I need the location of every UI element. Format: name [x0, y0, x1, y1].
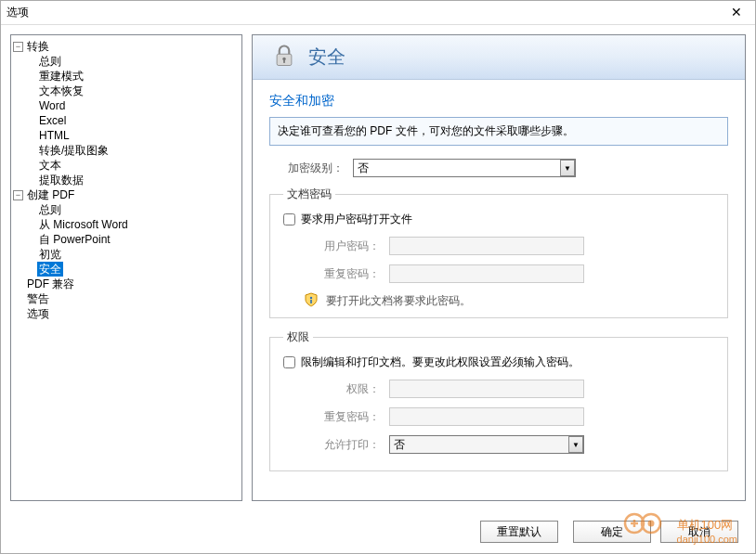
info-box: 决定谁可查看您的 PDF 文件，可对您的文件采取哪些步骤。 — [269, 117, 728, 146]
dialog-footer: 重置默认 确定 取消 — [1, 510, 755, 553]
page-title: 安全 — [308, 45, 345, 70]
permission-password-input[interactable] — [389, 380, 584, 398]
panel-body: 安全和加密 决定谁可查看您的 PDF 文件，可对您的文件采取哪些步骤。 加密级别… — [253, 80, 745, 500]
nav-tree[interactable]: − 转换 总则 重建模式 文本恢复 Word Excel HTML 转换/提取图… — [10, 34, 242, 501]
svg-rect-4 — [310, 300, 312, 303]
options-dialog: 选项 ✕ − 转换 总则 重建模式 文本恢复 Word Excel HTML 转… — [0, 0, 756, 554]
tree-node-create[interactable]: − 创建 PDF — [13, 187, 240, 202]
tree-node-rebuild[interactable]: 重建模式 — [13, 69, 240, 84]
tree-node-fromword[interactable]: 从 Microsoft Word — [13, 217, 240, 232]
panel-header: 安全 — [253, 35, 745, 80]
svg-rect-2 — [283, 59, 285, 63]
tree-node-word[interactable]: Word — [13, 98, 240, 113]
collapse-icon[interactable]: − — [13, 190, 23, 200]
repeat-password-input[interactable] — [389, 264, 584, 283]
restrict-editing-row: 限制编辑和打印文档。要更改此权限设置必须输入密码。 — [283, 354, 714, 370]
reset-defaults-button[interactable]: 重置默认 — [480, 521, 558, 543]
tree-node-general[interactable]: 总则 — [13, 54, 240, 69]
tree-node-excel[interactable]: Excel — [13, 113, 240, 128]
permission-repeat-label: 重复密码： — [306, 409, 389, 425]
lock-icon — [271, 43, 297, 71]
restrict-editing-label: 限制编辑和打印文档。要更改此权限设置必须输入密码。 — [301, 354, 580, 370]
password-hint: 要打开此文档将要求此密码。 — [283, 292, 714, 310]
repeat-password-label: 重复密码： — [306, 266, 389, 282]
permission-repeat-input[interactable] — [389, 407, 584, 426]
require-user-password-label: 要求用户密码打开文件 — [301, 212, 412, 227]
permissions-legend: 权限 — [283, 329, 313, 345]
permission-password-label: 权限： — [306, 381, 389, 397]
info-shield-icon — [304, 292, 319, 310]
window-title: 选项 — [7, 5, 29, 20]
encryption-level-row: 加密级别： 否 ▼ — [269, 159, 728, 177]
tree-node-extractdata[interactable]: 提取数据 — [13, 173, 240, 187]
tree-node-convert[interactable]: − 转换 — [13, 39, 240, 54]
dropdown-icon[interactable]: ▼ — [568, 436, 583, 453]
dropdown-icon[interactable]: ▼ — [560, 160, 575, 176]
tree-node-options[interactable]: 选项 — [13, 306, 240, 321]
restrict-editing-checkbox[interactable] — [283, 356, 295, 368]
close-button[interactable]: ✕ — [723, 4, 749, 22]
tree-node-security[interactable]: 安全 — [13, 262, 240, 277]
detail-panel: 安全 安全和加密 决定谁可查看您的 PDF 文件，可对您的文件采取哪些步骤。 加… — [252, 34, 746, 501]
svg-point-3 — [310, 297, 312, 299]
permissions-group: 权限 限制编辑和打印文档。要更改此权限设置必须输入密码。 权限： 重复密码： — [269, 329, 728, 471]
tree-node-warn[interactable]: 警告 — [13, 291, 240, 306]
document-password-legend: 文档密码 — [283, 187, 335, 202]
require-user-password-checkbox[interactable] — [283, 213, 295, 225]
tree-node-html[interactable]: HTML — [13, 128, 240, 143]
tree-node-compat[interactable]: PDF 兼容 — [13, 277, 240, 291]
tree-node-text[interactable]: 文本 — [13, 158, 240, 173]
tree-node-textrecover[interactable]: 文本恢复 — [13, 84, 240, 98]
collapse-icon[interactable]: − — [13, 42, 23, 52]
tree-node-frompp[interactable]: 自 PowerPoint — [13, 232, 240, 247]
require-user-password-row: 要求用户密码打开文件 — [283, 212, 714, 227]
encryption-level-select[interactable]: 否 ▼ — [353, 159, 576, 177]
section-title: 安全和加密 — [269, 93, 728, 110]
ok-button[interactable]: 确定 — [573, 521, 651, 543]
document-password-group: 文档密码 要求用户密码打开文件 用户密码： 重复密码： — [269, 187, 728, 318]
allow-print-label: 允许打印： — [306, 437, 389, 453]
user-password-label: 用户密码： — [306, 238, 389, 254]
content-area: − 转换 总则 重建模式 文本恢复 Word Excel HTML 转换/提取图… — [1, 25, 755, 510]
encryption-level-label: 加密级别： — [269, 161, 353, 176]
cancel-button[interactable]: 取消 — [660, 521, 738, 543]
tree-node-extractimg[interactable]: 转换/提取图象 — [13, 143, 240, 158]
tree-node-preview[interactable]: 初览 — [13, 247, 240, 262]
user-password-input[interactable] — [389, 237, 584, 255]
allow-print-select[interactable]: 否 ▼ — [389, 435, 584, 454]
tree-node-create-general[interactable]: 总则 — [13, 202, 240, 217]
titlebar: 选项 ✕ — [1, 1, 755, 25]
